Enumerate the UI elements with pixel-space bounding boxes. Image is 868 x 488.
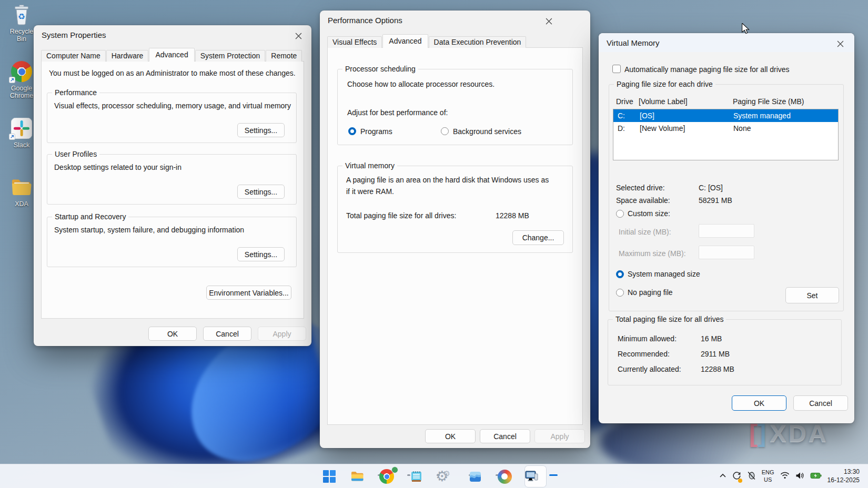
tab-hardware[interactable]: Hardware <box>106 50 149 62</box>
taskbar-chrome-button[interactable] <box>374 464 403 488</box>
taskbar-start-button[interactable] <box>315 464 344 488</box>
drive-row-d[interactable]: D: [New Volume] None <box>613 122 838 135</box>
system-properties-window: System Properties Computer Name Hardware… <box>34 25 311 346</box>
tray-volume-icon[interactable] <box>795 472 804 482</box>
no-paging-file-radio[interactable] <box>616 289 624 297</box>
file-explorer-icon <box>350 469 365 484</box>
watermark-bracket-left: [ <box>749 421 758 445</box>
admin-note: You must be logged on as an Administrato… <box>49 69 296 77</box>
tab-advanced[interactable]: Advanced <box>149 48 194 62</box>
slack-icon <box>5 117 38 140</box>
system-managed-radio-label[interactable]: System managed size <box>628 270 700 278</box>
custom-size-radio[interactable] <box>616 210 624 218</box>
tray-chevron-up-icon[interactable] <box>719 472 726 481</box>
desktop-icon-xda-folder[interactable]: XDA <box>5 176 38 208</box>
close-icon[interactable] <box>835 39 845 48</box>
set-button[interactable]: Set <box>785 287 839 303</box>
taskbar-settings-button[interactable]: ⚙ ⚙ <box>432 464 462 488</box>
chrome-profile-badge <box>391 466 398 473</box>
cancel-button[interactable]: Cancel <box>480 429 530 443</box>
recommended-value: 2911 MB <box>701 350 730 358</box>
tab-remote[interactable]: Remote <box>266 50 302 62</box>
no-paging-file-radio-label[interactable]: No paging file <box>628 288 673 297</box>
taskbar-system-properties-button[interactable] <box>521 464 550 488</box>
desktop-icon-label: Recycle Bin <box>5 28 38 43</box>
column-header-size: Paging File Size (MB) <box>733 97 804 106</box>
system-monitor-icon <box>524 469 539 484</box>
startup-recovery-group: Startup and Recovery System startup, sys… <box>47 217 297 267</box>
startup-recovery-desc: System startup, system failure, and debu… <box>54 226 244 234</box>
recycle-bin-icon: ♻ <box>5 3 38 26</box>
taskbar-browser-ring-button[interactable] <box>491 464 521 488</box>
ok-button[interactable]: OK <box>148 327 197 341</box>
active-indicator <box>549 474 558 476</box>
adjust-label: Adjust for best performance of: <box>347 108 448 117</box>
tray-mouse-off-icon[interactable] <box>747 471 756 482</box>
taskbar-photos-button[interactable] <box>462 464 491 488</box>
user-profiles-settings-button[interactable]: Settings... <box>237 185 285 199</box>
update-badge <box>738 479 742 483</box>
photos-icon <box>468 470 482 484</box>
background-services-radio-label[interactable]: Background services <box>453 127 521 136</box>
auto-manage-checkbox[interactable] <box>612 65 621 73</box>
tab-computer-name[interactable]: Computer Name <box>41 50 106 62</box>
size-cell: System managed <box>733 111 791 120</box>
group-title: Paging file size for each drive <box>614 80 715 88</box>
programs-radio-label[interactable]: Programs <box>360 127 392 136</box>
column-header-drive: Drive <box>616 97 639 106</box>
cancel-button[interactable]: Cancel <box>793 395 848 411</box>
startup-settings-button[interactable]: Settings... <box>237 247 285 261</box>
tray-update-icon[interactable] <box>732 471 741 482</box>
change-button[interactable]: Change... <box>512 230 564 245</box>
cancel-button[interactable]: Cancel <box>203 327 251 341</box>
total-paging-label: Total paging file size for all drives: <box>346 211 456 220</box>
group-title: Performance <box>52 88 99 97</box>
performance-options-titlebar[interactable]: Performance Options <box>320 11 590 29</box>
background-services-radio[interactable] <box>441 127 449 135</box>
desktop-icon-google-chrome[interactable]: Google Chrome <box>5 60 38 100</box>
close-icon[interactable] <box>294 31 303 40</box>
close-icon[interactable] <box>544 16 553 26</box>
system-managed-radio[interactable] <box>616 270 624 278</box>
shortcut-arrow-icon <box>9 77 15 83</box>
folder-icon <box>5 176 38 199</box>
performance-settings-button[interactable]: Settings... <box>237 123 285 137</box>
tab-visual-effects[interactable]: Visual Effects <box>327 36 382 48</box>
tray-clock[interactable]: 13:30 16-12-2025 <box>827 468 860 484</box>
auto-manage-checkbox-label[interactable]: Automatically manage paging file size fo… <box>624 65 790 74</box>
custom-size-radio-label[interactable]: Custom size: <box>628 209 670 218</box>
drive-list: C: [OS] System managed D: [New Volume] N… <box>613 109 839 160</box>
chrome-icon <box>5 60 38 83</box>
selected-drive-value: C: [OS] <box>699 184 723 192</box>
space-available-value: 58291 MB <box>699 196 732 205</box>
watermark-bracket-right: ] <box>758 421 767 445</box>
ok-button[interactable]: OK <box>732 395 786 411</box>
desktop-icon-slack[interactable]: Slack <box>5 117 38 149</box>
programs-radio[interactable] <box>348 127 356 135</box>
tab-system-protection[interactable]: System Protection <box>195 50 266 62</box>
environment-variables-button[interactable]: Environment Variables... <box>206 286 291 300</box>
xda-watermark: [ ] XDA <box>749 421 829 445</box>
user-profiles-group: User Profiles Desktop settings related t… <box>47 154 297 205</box>
desktop-icon-recycle-bin[interactable]: ♻ Recycle Bin <box>5 3 38 43</box>
minimum-allowed-value: 16 MB <box>701 334 722 343</box>
total-paging-group: Total paging file size for all drives Mi… <box>608 319 842 385</box>
taskbar-notepad-button[interactable] <box>403 464 432 488</box>
drive-row-c[interactable]: C: [OS] System managed <box>613 109 838 122</box>
ok-button[interactable]: OK <box>425 429 476 443</box>
initial-size-input <box>699 224 754 238</box>
tray-language-switcher[interactable]: ENG US <box>762 469 774 484</box>
advanced-tab-page: Processor scheduling Choose how to alloc… <box>327 47 583 425</box>
system-properties-titlebar[interactable]: System Properties <box>34 25 311 44</box>
processor-scheduling-desc: Choose how to allocate processor resourc… <box>347 80 494 88</box>
apply-button: Apply <box>258 327 306 341</box>
tray-battery-icon[interactable] <box>810 472 822 481</box>
taskbar-file-explorer-button[interactable] <box>344 464 374 488</box>
virtual-memory-titlebar[interactable]: Virtual Memory <box>599 33 854 52</box>
tab-data-execution-prevention[interactable]: Data Execution Prevention <box>429 36 527 48</box>
tray-wifi-icon[interactable] <box>780 472 790 481</box>
windows-logo-icon <box>322 470 336 483</box>
performance-desc: Visual effects, processor scheduling, me… <box>54 101 291 110</box>
recommended-label: Recommended: <box>618 350 670 358</box>
tab-advanced[interactable]: Advanced <box>382 34 428 48</box>
